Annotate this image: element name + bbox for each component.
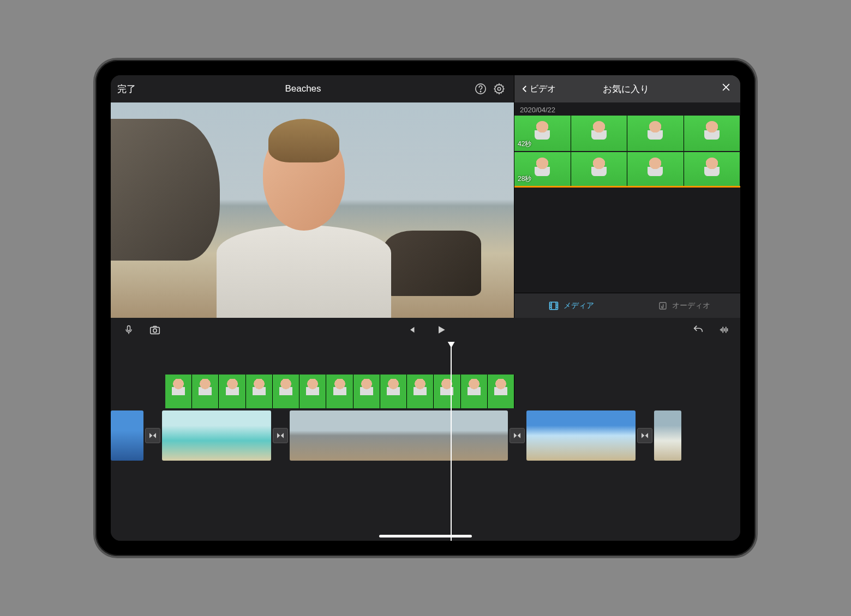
- undo-icon[interactable]: [690, 322, 706, 338]
- media-clip[interactable]: 28秒: [514, 152, 740, 188]
- preview-scenery: [111, 119, 220, 261]
- media-tabs: メディア オーディオ: [514, 293, 740, 318]
- clip-duration: 42秒: [518, 140, 531, 149]
- play-icon[interactable]: [433, 322, 450, 338]
- media-browser-title: お気に入り: [534, 83, 717, 95]
- timeline-clip[interactable]: [526, 410, 636, 461]
- skip-back-icon[interactable]: [404, 322, 420, 338]
- microphone-icon[interactable]: [121, 322, 137, 338]
- timeline[interactable]: [111, 342, 740, 541]
- timeline-clip[interactable]: [290, 410, 508, 461]
- svg-point-2: [498, 87, 501, 90]
- tab-media[interactable]: メディア: [514, 293, 627, 318]
- playhead[interactable]: [451, 342, 452, 541]
- transition-icon[interactable]: [637, 428, 652, 443]
- help-icon[interactable]: [472, 81, 489, 97]
- clip-date-label: 2020/04/22: [514, 102, 740, 116]
- timeline-clip[interactable]: [654, 410, 681, 461]
- ipad-device-frame: 完了 Beaches: [95, 60, 756, 556]
- transition-icon[interactable]: [510, 428, 525, 443]
- tab-media-label: メディア: [564, 301, 594, 311]
- media-browser: ビデオ お気に入り 2020/04/22 42秒 28秒: [514, 75, 740, 318]
- preview-header: 完了 Beaches: [111, 75, 514, 102]
- svg-rect-5: [128, 326, 130, 331]
- tab-audio-label: オーディオ: [672, 301, 710, 311]
- media-clip[interactable]: 42秒: [514, 116, 740, 151]
- upper-panels: 完了 Beaches: [111, 75, 740, 318]
- media-clip-list: 2020/04/22 42秒 28秒: [514, 102, 740, 293]
- camera-icon[interactable]: [147, 322, 163, 338]
- overlay-track[interactable]: [165, 375, 514, 408]
- film-icon: [548, 300, 559, 311]
- preview-pane: 完了 Beaches: [111, 75, 514, 318]
- svg-point-1: [480, 91, 481, 92]
- transition-icon[interactable]: [273, 428, 288, 443]
- waveform-icon[interactable]: [716, 322, 733, 338]
- main-video-track[interactable]: [111, 410, 740, 461]
- music-icon: [658, 301, 668, 311]
- done-button[interactable]: 完了: [117, 83, 136, 95]
- preview-subject: [217, 127, 391, 318]
- app-screen: 完了 Beaches: [111, 75, 740, 541]
- gear-icon[interactable]: [491, 81, 507, 97]
- timeline-toolbar: [111, 318, 740, 342]
- tab-audio[interactable]: オーディオ: [627, 293, 740, 318]
- svg-point-7: [153, 329, 157, 332]
- project-title: Beaches: [136, 83, 470, 94]
- transition-icon[interactable]: [145, 428, 160, 443]
- timeline-clip[interactable]: [111, 410, 143, 461]
- home-indicator[interactable]: [379, 535, 472, 538]
- timeline-clip[interactable]: [162, 410, 271, 461]
- preview-scenery: [383, 231, 481, 296]
- svg-rect-6: [151, 327, 160, 334]
- clip-duration: 28秒: [518, 174, 531, 184]
- close-icon[interactable]: [717, 82, 735, 96]
- video-preview[interactable]: [111, 102, 514, 318]
- media-browser-header: ビデオ お気に入り: [514, 75, 740, 102]
